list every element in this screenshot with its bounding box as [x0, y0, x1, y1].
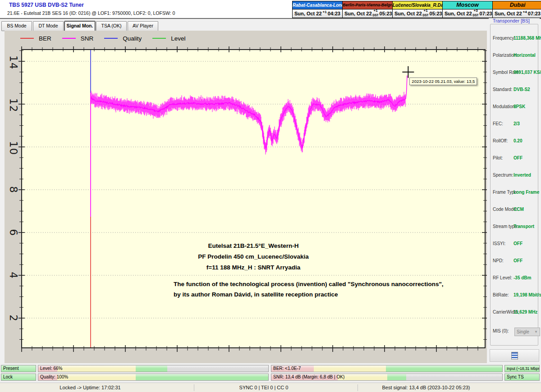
transponder-field-row: Polarization:Horizontal: [489, 53, 540, 59]
tab-av-player[interactable]: AV Player: [128, 21, 158, 31]
clock-utc-offset: +1: [322, 12, 328, 15]
annotation-line: The function of the technological proces…: [174, 279, 480, 289]
y-axis-tick-label: 4: [5, 269, 22, 281]
transponder-field-row: NPD:OFF: [489, 258, 540, 264]
transponder-field-row: Frame Type:Long Frame: [489, 190, 540, 196]
clock-date: Sun, Oct 22: [344, 11, 372, 16]
clock-utc-offset: +3DST: [472, 11, 480, 16]
input-rate-indicator: Input (~18,31 Mbps): [504, 365, 540, 372]
world-clocks: Rabat-Casablanca-LondonSun, Oct 22+104:2…: [292, 1, 541, 18]
clock-panel-4: MoscowSun, Oct 22+3DST07:23: [443, 1, 493, 18]
statusbar-divider: [194, 384, 194, 391]
clock-city-label: Moscow: [443, 1, 492, 9]
utc-offset-value: +3: [473, 9, 477, 12]
field-label: RollOff:: [493, 138, 508, 143]
field-value: Long Frame: [513, 190, 539, 195]
tab-dt-mode[interactable]: DT Mode: [33, 21, 64, 31]
field-value: 11188,368 MHz: [513, 36, 541, 41]
clock-time-row: Sun, Oct 22+3DST07:23: [443, 9, 492, 18]
chevron-down-icon: ▼: [534, 330, 538, 334]
bar-gloss: [38, 374, 268, 377]
transponder-field-row: Standard:DVB-S2: [489, 87, 540, 93]
tab-bar: BS ModeDT ModeSignal Mon.TSA (OK)AV Play…: [0, 18, 541, 32]
y-axis-tick-label: 12: [5, 98, 22, 110]
field-value: 11,629 MHz: [513, 310, 537, 315]
utc-offset-value: +1: [423, 9, 427, 12]
tab-bs-mode[interactable]: BS Mode: [1, 21, 32, 31]
transponder-field-row: Code Mode:CCM: [489, 207, 540, 213]
clock-panel-3: Lučenec/Slovakia_R.DávidSun, Oct 22+1DST…: [393, 1, 443, 18]
clock-city-label: Lučenec/Slovakia_R.Dávid: [393, 1, 442, 9]
field-label: Standard:: [493, 87, 512, 92]
field-value: Transport: [513, 224, 534, 229]
window-subtitle: 21.6E - Eutelsat 21B SES 16 (ID: 0216) @…: [7, 10, 175, 16]
tab-signal-mon[interactable]: Signal Mon.: [64, 21, 95, 31]
dst-flag: DST: [373, 14, 379, 17]
bar-label: SNR: 13,4 dB (Margin: 6,8 dB | OK): [273, 374, 344, 380]
transponder-field-row: CarrierWidth:11,629 MHz: [489, 310, 540, 316]
transponder-field-row: RF Level:-35 dBm: [489, 275, 540, 282]
clock-city-label: Berlin-Paris-Vienna-Belgrade: [343, 1, 392, 9]
quality-bar: Quality: 100%: [38, 374, 269, 381]
bar-gloss: [271, 365, 502, 369]
annotation-line: PF Prodelin 450 cm_Lucenec/Slovakia: [163, 251, 344, 262]
bar-gloss: [38, 365, 268, 369]
clock-city-label: Rabat-Casablanca-London: [293, 1, 342, 9]
statusbar-divider: [358, 384, 358, 391]
y-axis-tick-label: 8: [5, 184, 22, 196]
level-bar: Level: 66%: [38, 365, 269, 372]
chart-annotation-center: Eutelsat 21B-21.5°E_Western-HPF Prodelin…: [163, 241, 344, 273]
utc-offset-value: +4: [523, 11, 527, 14]
clock-time: 05:23: [380, 11, 392, 16]
clock-time-row: Sun, Oct 22+407:23: [493, 9, 541, 18]
transponder-field-row: RollOff:0.20: [489, 138, 540, 145]
field-value: OFF: [513, 258, 523, 263]
field-value: 19,198 Mbit/s: [513, 292, 541, 297]
ber-bar: BER: <1.0E-7: [271, 365, 503, 372]
field-label: Pilot:: [493, 155, 503, 160]
field-label: Modulation:: [493, 104, 516, 109]
bar-label: Quality: 100%: [40, 374, 68, 380]
clock-panel-5: DubaiSun, Oct 22+407:23: [493, 1, 541, 18]
lock-indicator: Lock: [1, 374, 36, 381]
transponder-field-row: Modulation:8PSK: [489, 104, 540, 110]
clock-city-label: Dubai: [493, 1, 541, 9]
field-value: Horizontal: [513, 53, 536, 58]
clock-time-row: Sun, Oct 22+104:23: [293, 9, 342, 18]
tab-tsa-ok[interactable]: TSA (OK): [96, 21, 127, 31]
mis-select[interactable]: Single ▼: [514, 328, 540, 336]
field-value: -35 dBm: [513, 275, 531, 280]
transponder-group-title: Transponder [BS]: [491, 18, 531, 23]
clock-time: 07:23: [528, 11, 541, 16]
utc-offset-value: +1: [373, 9, 377, 12]
present-indicator: Present: [1, 365, 36, 372]
clock-date: Sun, Oct 22: [294, 11, 322, 16]
clock-date: Sun, Oct 22: [445, 11, 472, 16]
transponder-field-row: Pilot:OFF: [489, 155, 540, 162]
bar-label: BER: <1.0E-7: [273, 365, 301, 372]
clock-time-row: Sun, Oct 22+1DST05:23: [343, 9, 392, 18]
field-label: BitRate:: [493, 292, 509, 297]
clock-time: 04:23: [328, 11, 340, 16]
field-label: NPD:: [493, 258, 504, 263]
ts-list-icon: [511, 352, 518, 360]
ts-list-button[interactable]: [490, 349, 539, 362]
field-label: ISSYI:: [493, 241, 505, 246]
mis-select-value: Single: [517, 329, 529, 334]
transponder-field-row: Stream type:Transport: [489, 224, 540, 230]
snr-bar: SNR: 13,4 dB (Margin: 6,8 dB | OK): [271, 374, 503, 381]
dst-flag: DST: [423, 14, 429, 17]
clock-panel-2: Berlin-Paris-Vienna-BelgradeSun, Oct 22+…: [343, 1, 393, 18]
sync-ts-indicator: Sync TS: [504, 374, 540, 381]
y-axis-tick-label: 14: [5, 55, 22, 67]
clock-time: 05:23: [430, 11, 442, 16]
clock-time: 07:23: [480, 11, 492, 16]
window-title: TBS 5927 USB DVB-S2 Tuner: [9, 2, 84, 8]
transponder-sidebar: Transponder [BS] Frequency:11188,368 MHz…: [489, 18, 540, 363]
annotation-line: Eutelsat 21B-21.5°E_Western-H: [163, 241, 344, 251]
best-signal: Best signal: 13,4 dB (2023-10-22 05:23): [382, 385, 470, 390]
utc-offset-value: +1: [323, 11, 327, 14]
bar-label: Level: 66%: [40, 365, 62, 372]
field-value: Inverted: [513, 173, 531, 178]
field-value: DVB-S2: [513, 87, 530, 92]
